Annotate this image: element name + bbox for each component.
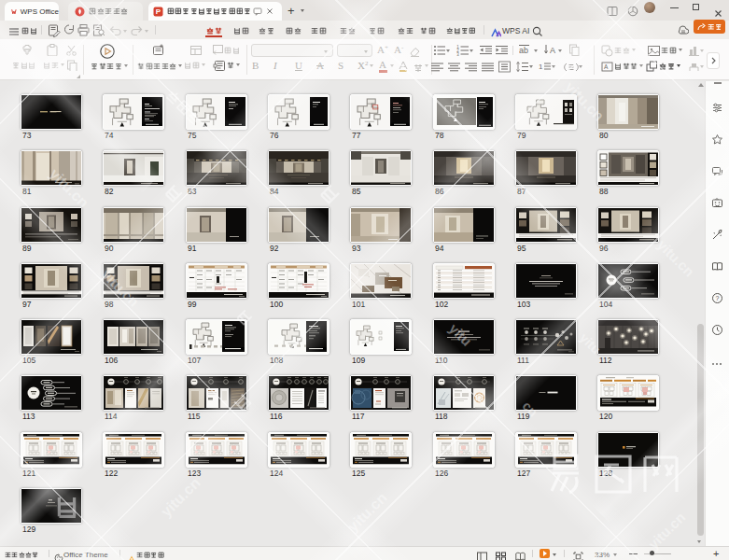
svg-text:A: A — [604, 63, 609, 70]
svg-text:ab: ab — [519, 46, 528, 55]
svg-text:?: ? — [716, 295, 720, 301]
svg-text:1: 1 — [539, 63, 543, 71]
svg-text:A: A — [550, 46, 555, 55]
svg-text:3: 3 — [456, 52, 459, 57]
svg-text:P: P — [156, 7, 161, 16]
